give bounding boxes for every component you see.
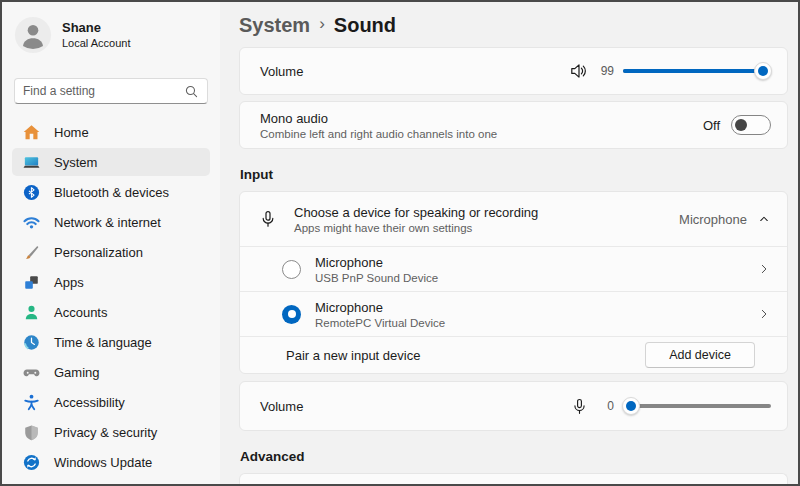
chevron-right-icon bbox=[757, 307, 771, 321]
sidebar-item-windows-update[interactable]: Windows Update bbox=[12, 448, 210, 476]
chooser-title: Choose a device for speaking or recordin… bbox=[294, 204, 538, 221]
breadcrumb: System › Sound bbox=[239, 10, 788, 40]
search-box[interactable] bbox=[14, 78, 208, 104]
sidebar-item-label: Accessibility bbox=[54, 395, 125, 410]
sidebar-item-label: Windows Update bbox=[54, 455, 152, 470]
input-volume-value: 0 bbox=[598, 399, 614, 413]
apps-icon bbox=[22, 273, 41, 292]
input-volume-label: Volume bbox=[260, 399, 303, 414]
sidebar-item-personalization[interactable]: Personalization bbox=[12, 238, 210, 266]
input-section-title: Input bbox=[240, 167, 788, 182]
main-content: System › Sound Volume 99 M bbox=[220, 2, 798, 484]
sidebar: Shane Local Account Home System bbox=[2, 2, 220, 484]
chooser-description: Apps might have their own settings bbox=[294, 221, 538, 235]
device-name: Microphone bbox=[315, 254, 438, 271]
sidebar-item-privacy-security[interactable]: Privacy & security bbox=[12, 418, 210, 446]
microphone-icon bbox=[570, 397, 589, 416]
settings-window: Shane Local Account Home System bbox=[0, 0, 800, 486]
accessibility-icon bbox=[22, 393, 41, 412]
device-row-usb-pnp[interactable]: Microphone USB PnP Sound Device bbox=[240, 247, 787, 291]
bluetooth-icon bbox=[22, 183, 41, 202]
wifi-icon bbox=[22, 213, 41, 232]
chevron-right-icon bbox=[757, 262, 771, 276]
sidebar-item-accounts[interactable]: Accounts bbox=[12, 298, 210, 326]
add-device-button[interactable]: Add device bbox=[645, 342, 755, 368]
sidebar-nav: Home System Bluetooth & devices Network … bbox=[12, 118, 210, 476]
input-device-chooser-header[interactable]: Choose a device for speaking or recordin… bbox=[240, 192, 787, 246]
chevron-up-icon bbox=[757, 212, 771, 226]
input-volume-slider-thumb[interactable] bbox=[622, 397, 640, 415]
mono-audio-toggle[interactable] bbox=[731, 115, 771, 135]
sidebar-item-label: Apps bbox=[54, 275, 84, 290]
advanced-card-partial bbox=[239, 473, 788, 484]
output-volume-slider[interactable] bbox=[623, 61, 771, 81]
chooser-selected-device-label: Microphone bbox=[679, 212, 747, 227]
radio-selected-icon[interactable] bbox=[282, 305, 301, 324]
sidebar-item-network-internet[interactable]: Network & internet bbox=[12, 208, 210, 236]
system-icon bbox=[22, 153, 41, 172]
device-name: Microphone bbox=[315, 299, 445, 316]
time-language-icon bbox=[22, 333, 41, 352]
input-device-chooser-card: Choose a device for speaking or recordin… bbox=[239, 191, 788, 374]
output-volume-slider-thumb[interactable] bbox=[754, 62, 772, 80]
pair-device-row: Pair a new input device Add device bbox=[240, 337, 787, 373]
sidebar-item-label: Bluetooth & devices bbox=[54, 185, 169, 200]
speaker-icon[interactable] bbox=[569, 61, 589, 81]
gamepad-icon bbox=[22, 363, 41, 382]
output-volume-value: 99 bbox=[598, 64, 614, 78]
sidebar-item-label: System bbox=[54, 155, 97, 170]
mono-audio-state: Off bbox=[703, 118, 720, 133]
sidebar-item-apps[interactable]: Apps bbox=[12, 268, 210, 296]
sidebar-item-label: Accounts bbox=[54, 305, 107, 320]
device-description: USB PnP Sound Device bbox=[315, 271, 438, 285]
paintbrush-icon bbox=[22, 243, 41, 262]
user-avatar-icon bbox=[14, 16, 52, 54]
output-volume-row: Volume 99 bbox=[239, 47, 788, 95]
sidebar-item-label: Privacy & security bbox=[54, 425, 157, 440]
mono-audio-row: Mono audio Combine left and right audio … bbox=[239, 101, 788, 149]
output-volume-label: Volume bbox=[260, 64, 303, 79]
sidebar-item-label: Personalization bbox=[54, 245, 143, 260]
mono-audio-description: Combine left and right audio channels in… bbox=[260, 127, 497, 141]
user-account-type: Local Account bbox=[62, 36, 131, 50]
advanced-section-title: Advanced bbox=[240, 449, 788, 464]
user-name: Shane bbox=[62, 20, 131, 36]
input-volume-slider[interactable] bbox=[623, 396, 771, 416]
chooser-selected-device[interactable]: Microphone bbox=[679, 212, 771, 227]
input-volume-row: Volume 0 bbox=[239, 381, 788, 431]
search-input[interactable] bbox=[23, 84, 184, 98]
sidebar-item-label: Home bbox=[54, 125, 89, 140]
page-title: Sound bbox=[334, 14, 396, 37]
shield-icon bbox=[22, 423, 41, 442]
pair-device-label: Pair a new input device bbox=[286, 348, 420, 363]
sidebar-item-label: Time & language bbox=[54, 335, 152, 350]
microphone-icon bbox=[258, 209, 278, 229]
mono-audio-title: Mono audio bbox=[260, 110, 497, 127]
sidebar-item-bluetooth-devices[interactable]: Bluetooth & devices bbox=[12, 178, 210, 206]
sidebar-item-label: Gaming bbox=[54, 365, 100, 380]
breadcrumb-separator-icon: › bbox=[319, 14, 325, 36]
sidebar-item-time-language[interactable]: Time & language bbox=[12, 328, 210, 356]
sidebar-item-label: Network & internet bbox=[54, 215, 161, 230]
radio-unselected-icon[interactable] bbox=[282, 260, 301, 279]
windows-update-icon bbox=[22, 453, 41, 472]
accounts-icon bbox=[22, 303, 41, 322]
user-account[interactable]: Shane Local Account bbox=[12, 14, 210, 68]
sidebar-item-home[interactable]: Home bbox=[12, 118, 210, 146]
device-row-remotepc[interactable]: Microphone RemotePC Virtual Device bbox=[240, 292, 787, 336]
device-description: RemotePC Virtual Device bbox=[315, 316, 445, 330]
home-icon bbox=[22, 123, 41, 142]
breadcrumb-system-link[interactable]: System bbox=[239, 14, 310, 37]
sidebar-item-gaming[interactable]: Gaming bbox=[12, 358, 210, 386]
search-icon[interactable] bbox=[184, 84, 199, 99]
sidebar-item-system[interactable]: System bbox=[12, 148, 210, 176]
sidebar-item-accessibility[interactable]: Accessibility bbox=[12, 388, 210, 416]
